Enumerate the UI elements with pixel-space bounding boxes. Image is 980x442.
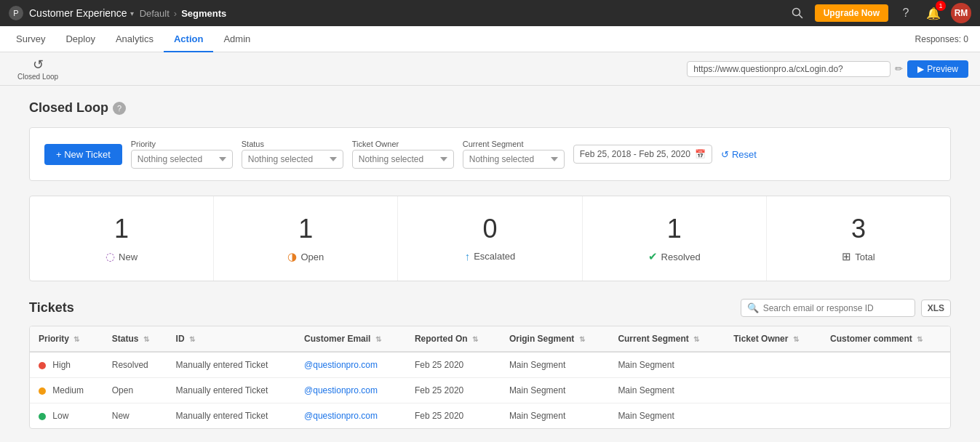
cell-current-segment: Main Segment bbox=[609, 378, 725, 403]
col-status: Status ⇅ bbox=[103, 326, 167, 352]
current-segment-select[interactable]: Nothing selected bbox=[463, 150, 565, 169]
status-select[interactable]: Nothing selected bbox=[242, 150, 343, 169]
top-bar-left: P Customer Experience ▾ Default › Segmen… bbox=[9, 6, 226, 20]
preview-button[interactable]: ▶ Preview bbox=[907, 60, 968, 78]
sort-id-icon[interactable]: ⇅ bbox=[189, 335, 195, 343]
app-icon: P bbox=[9, 6, 23, 20]
url-input[interactable] bbox=[687, 61, 891, 77]
cell-reported: Feb 25 2020 bbox=[406, 378, 501, 403]
main-content: Closed Loop ? + New Ticket Priority Noth… bbox=[0, 86, 980, 442]
cell-status: Open bbox=[103, 378, 167, 403]
stat-total: 3 ⊞ Total bbox=[767, 196, 950, 281]
reset-button[interactable]: ↺ Reset bbox=[721, 149, 757, 160]
ticket-owner-filter-group: Ticket Owner Nothing selected bbox=[352, 140, 454, 169]
priority-dot bbox=[39, 387, 46, 395]
app-name[interactable]: Customer Experience ▾ bbox=[29, 7, 134, 19]
cell-email[interactable]: @questionpro.com bbox=[295, 378, 406, 403]
cell-status: New bbox=[103, 403, 167, 429]
cell-current-segment: Main Segment bbox=[609, 352, 725, 378]
tickets-header: Tickets 🔍 XLS bbox=[29, 299, 951, 317]
cell-origin-segment: Main Segment bbox=[501, 352, 610, 378]
cell-reported: Feb 25 2020 bbox=[406, 403, 501, 429]
search-icon bbox=[792, 7, 803, 19]
sort-comment-icon[interactable]: ⇅ bbox=[917, 335, 923, 343]
closed-loop-icon: ↺ bbox=[33, 57, 44, 73]
cell-ticket-owner bbox=[725, 352, 821, 378]
priority-dot bbox=[39, 362, 46, 369]
email-link[interactable]: @questionpro.com bbox=[304, 360, 378, 370]
table-header-row: Priority ⇅ Status ⇅ ID ⇅ Customer Email … bbox=[30, 326, 950, 352]
col-origin-segment: Origin Segment ⇅ bbox=[501, 326, 610, 352]
stat-total-number: 3 bbox=[851, 214, 866, 244]
cell-comment bbox=[821, 403, 950, 429]
priority-label: Priority bbox=[131, 140, 233, 148]
cell-email[interactable]: @questionpro.com bbox=[295, 352, 406, 378]
sort-status-icon[interactable]: ⇅ bbox=[143, 335, 149, 343]
new-ticket-button[interactable]: + New Ticket bbox=[44, 144, 122, 165]
cell-email[interactable]: @questionpro.com bbox=[295, 403, 406, 429]
col-email: Customer Email ⇅ bbox=[295, 326, 406, 352]
table-row[interactable]: Medium Open Manually entered Ticket @que… bbox=[30, 378, 950, 403]
stat-new-number: 1 bbox=[114, 214, 129, 244]
priority-select[interactable]: Nothing selected bbox=[131, 150, 233, 169]
cell-status: Resolved bbox=[103, 352, 167, 378]
sort-current-icon[interactable]: ⇅ bbox=[693, 335, 699, 343]
search-icon: 🔍 bbox=[747, 302, 759, 313]
secondary-nav: Survey Deploy Analytics Action Admin Res… bbox=[0, 26, 980, 52]
sort-reported-icon[interactable]: ⇅ bbox=[472, 335, 478, 343]
sort-origin-icon[interactable]: ⇅ bbox=[579, 335, 585, 343]
cell-id: Manually entered Ticket bbox=[167, 403, 295, 429]
page-title-row: Closed Loop ? bbox=[29, 100, 951, 116]
cell-id: Manually entered Ticket bbox=[167, 352, 295, 378]
cell-id: Manually entered Ticket bbox=[167, 378, 295, 403]
search-button[interactable] bbox=[787, 3, 808, 23]
cell-reported: Feb 25 2020 bbox=[406, 352, 501, 378]
table-row[interactable]: High Resolved Manually entered Ticket @q… bbox=[30, 352, 950, 378]
cell-current-segment: Main Segment bbox=[609, 403, 725, 429]
email-link[interactable]: @questionpro.com bbox=[304, 385, 378, 395]
sec-nav-left: Survey Deploy Analytics Action Admin bbox=[6, 26, 260, 52]
cell-priority: High bbox=[30, 352, 103, 378]
nav-action[interactable]: Action bbox=[164, 26, 213, 52]
nav-admin[interactable]: Admin bbox=[213, 26, 260, 52]
date-range-picker[interactable]: Feb 25, 2018 - Feb 25, 2020 📅 bbox=[573, 145, 712, 164]
stat-open-label: ◑ Open bbox=[287, 250, 324, 263]
col-priority: Priority ⇅ bbox=[30, 326, 103, 352]
stat-new-label: ◌ New bbox=[105, 250, 138, 263]
help-icon[interactable]: ? bbox=[113, 102, 126, 115]
nav-analytics[interactable]: Analytics bbox=[105, 26, 164, 52]
priority-dot bbox=[39, 413, 46, 420]
toolbar-row: ↺ Closed Loop ✏ ▶ Preview bbox=[0, 52, 980, 86]
sort-priority-icon[interactable]: ⇅ bbox=[73, 335, 79, 343]
notification-wrap: 🔔 1 bbox=[923, 3, 944, 23]
help-button[interactable]: ? bbox=[896, 3, 916, 23]
col-id: ID ⇅ bbox=[167, 326, 295, 352]
cell-ticket-owner bbox=[725, 403, 821, 429]
stat-resolved-label: ✔ Resolved bbox=[648, 250, 701, 263]
nav-survey[interactable]: Survey bbox=[6, 26, 55, 52]
search-input[interactable] bbox=[763, 303, 909, 313]
xls-button[interactable]: XLS bbox=[921, 300, 951, 317]
total-icon: ⊞ bbox=[842, 250, 851, 263]
closed-loop-toolbar-item[interactable]: ↺ Closed Loop bbox=[12, 55, 64, 82]
col-ticket-owner: Ticket Owner ⇅ bbox=[725, 326, 821, 352]
edit-icon[interactable]: ✏ bbox=[895, 63, 903, 74]
stat-open-number: 1 bbox=[298, 214, 313, 244]
ticket-owner-label: Ticket Owner bbox=[352, 140, 454, 148]
email-link[interactable]: @questionpro.com bbox=[304, 411, 378, 421]
cell-comment bbox=[821, 378, 950, 403]
calendar-icon: 📅 bbox=[695, 149, 706, 159]
ticket-owner-select[interactable]: Nothing selected bbox=[352, 150, 454, 169]
avatar[interactable]: RM bbox=[951, 3, 971, 23]
tickets-title: Tickets bbox=[29, 300, 74, 316]
table-row[interactable]: Low New Manually entered Ticket @questio… bbox=[30, 403, 950, 429]
sort-email-icon[interactable]: ⇅ bbox=[375, 335, 381, 343]
sort-owner-icon[interactable]: ⇅ bbox=[793, 335, 799, 343]
page-title: Closed Loop bbox=[29, 100, 108, 116]
upgrade-button[interactable]: Upgrade Now bbox=[815, 4, 888, 22]
toolbar-url-box: ✏ ▶ Preview bbox=[70, 60, 968, 78]
current-segment-label: Current Segment bbox=[463, 140, 565, 148]
col-current-segment: Current Segment ⇅ bbox=[609, 326, 725, 352]
stat-resolved-number: 1 bbox=[667, 214, 682, 244]
nav-deploy[interactable]: Deploy bbox=[55, 26, 105, 52]
